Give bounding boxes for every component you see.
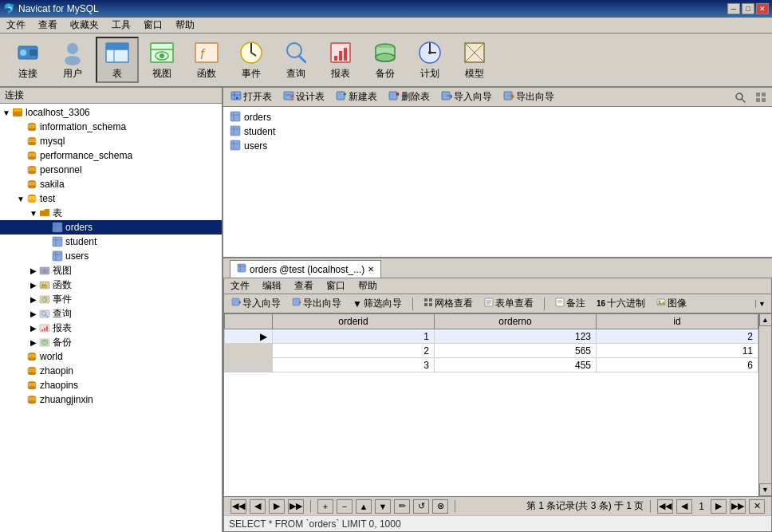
cell-id[interactable]: 11	[597, 344, 758, 358]
tree-item-localhost[interactable]: ▼ localhost_3306	[0, 105, 222, 120]
tree-item-mysql[interactable]: mysql	[0, 134, 222, 148]
tree-item-reports-folder[interactable]: ▶ 报表	[0, 321, 222, 335]
tree-item-users[interactable]: users	[0, 249, 222, 263]
q-image-button[interactable]: 图像	[652, 296, 691, 312]
nav-refresh-button[interactable]: ↺	[413, 499, 429, 514]
nav-first-button[interactable]: ◀◀	[230, 499, 246, 514]
nav-edit-button[interactable]: ✏	[394, 499, 410, 514]
tree-item-views-folder[interactable]: ▶ 视图	[0, 263, 222, 278]
close-button[interactable]: ✕	[756, 3, 769, 14]
nav-last-button[interactable]: ▶▶	[288, 499, 304, 514]
menu-window[interactable]: 窗口	[137, 17, 169, 33]
toolbar-func[interactable]: f 函数	[185, 37, 228, 83]
scroll-up-button[interactable]: ▲	[759, 313, 772, 326]
page-last-button[interactable]: ▶▶	[730, 499, 746, 514]
tree-item-sakila[interactable]: sakila	[0, 177, 222, 191]
cell-id[interactable]: 2	[597, 329, 758, 344]
cell-orderno[interactable]: 455	[435, 358, 597, 372]
menu-favorites[interactable]: 收藏夹	[64, 17, 105, 33]
nav-prev-button[interactable]: ◀	[250, 499, 266, 514]
tree-item-info-schema[interactable]: information_schema	[0, 120, 222, 134]
query-tab-orders[interactable]: orders @test (localhost_...) ✕	[230, 260, 381, 278]
data-grid[interactable]: orderid orderno id ▶ 1 123 2	[224, 313, 771, 496]
close-nav-button[interactable]: ✕	[749, 499, 765, 514]
q-hex-button[interactable]: 16 十六进制	[593, 296, 649, 312]
nav-add-button[interactable]: +	[317, 499, 333, 514]
tree-item-world[interactable]: world	[0, 349, 222, 364]
tree-item-test[interactable]: ▼ test	[0, 191, 222, 206]
grid-view-button[interactable]	[753, 89, 769, 105]
tree-item-backups-folder[interactable]: ▶ 备份	[0, 335, 222, 349]
tree-item-zhaopins[interactable]: zhaopins	[0, 378, 222, 392]
qmenu-help[interactable]: 帮助	[352, 278, 384, 294]
page-prev-button[interactable]: ◀	[676, 499, 692, 514]
toolbar-more-button[interactable]: ▼	[755, 300, 768, 308]
tree-item-orders[interactable]: orders	[0, 220, 222, 234]
toolbar-model[interactable]: 模型	[453, 37, 496, 83]
page-next-button[interactable]: ▶	[711, 499, 727, 514]
col-id[interactable]: id	[597, 314, 758, 329]
cell-orderid[interactable]: 1	[273, 329, 435, 344]
tree-item-personnel[interactable]: personnel	[0, 163, 222, 177]
toolbar-view[interactable]: 视图	[140, 37, 183, 83]
toolbar-report[interactable]: 报表	[319, 37, 362, 83]
menu-tools[interactable]: 工具	[105, 17, 137, 33]
page-first-button[interactable]: ◀◀	[657, 499, 673, 514]
cell-orderno[interactable]: 123	[435, 329, 597, 344]
cell-orderid[interactable]: 3	[273, 358, 435, 372]
qmenu-view[interactable]: 查看	[288, 278, 320, 294]
menu-view[interactable]: 查看	[32, 17, 64, 33]
tree-item-zhuangjinxin[interactable]: zhuangjinxin	[0, 392, 222, 407]
toolbar-connect[interactable]: 连接	[6, 37, 49, 83]
nav-down-button[interactable]: ▼	[375, 499, 391, 514]
tab-close-button[interactable]: ✕	[368, 265, 374, 274]
design-table-button[interactable]: 设计表	[279, 89, 329, 105]
scroll-down-button[interactable]: ▼	[759, 483, 772, 496]
nav-next-button[interactable]: ▶	[269, 499, 285, 514]
q-export-button[interactable]: 导出向导	[288, 296, 345, 312]
toolbar-event[interactable]: 事件	[230, 37, 273, 83]
q-import-button[interactable]: 导入向导	[227, 296, 285, 312]
cell-orderid[interactable]: 2	[273, 344, 435, 358]
toolbar-schedule[interactable]: 计划	[408, 37, 451, 83]
qmenu-edit[interactable]: 编辑	[256, 278, 288, 294]
cell-id[interactable]: 6	[597, 358, 758, 372]
open-table-button[interactable]: 打开表	[226, 89, 276, 105]
qmenu-window[interactable]: 窗口	[320, 278, 352, 294]
nav-stop-button[interactable]: ⊗	[432, 499, 448, 514]
nav-remove-button[interactable]: −	[337, 499, 353, 514]
grid-scrollbar[interactable]: ▲ ▼	[758, 313, 771, 496]
export-wizard-button[interactable]: 导出向导	[499, 89, 558, 105]
tree-item-events-folder[interactable]: ▶ 事件	[0, 292, 222, 306]
q-grid-button[interactable]: 网格查看	[419, 296, 477, 312]
q-note-button[interactable]: 备注	[551, 296, 589, 312]
table-list-item-users[interactable]: users	[226, 139, 769, 153]
table-row[interactable]: 3 455 6	[225, 358, 758, 372]
tree-item-queries-folder[interactable]: ▶ 查询	[0, 306, 222, 321]
table-list-item-student[interactable]: student	[226, 124, 769, 139]
qmenu-file[interactable]: 文件	[224, 278, 256, 294]
toolbar-table[interactable]: 表	[96, 37, 139, 83]
table-row[interactable]: ▶ 1 123 2	[225, 329, 758, 344]
q-filter-button[interactable]: ▼ 筛选向导	[349, 296, 406, 312]
table-row[interactable]: 2 565 11	[225, 344, 758, 358]
tree-item-tables-folder[interactable]: ▼ 表	[0, 206, 222, 220]
col-orderno[interactable]: orderno	[435, 314, 597, 329]
table-list-item-orders[interactable]: orders	[226, 110, 769, 124]
q-form-button[interactable]: 表单查看	[480, 296, 538, 312]
maximize-button[interactable]: □	[742, 3, 754, 14]
delete-table-button[interactable]: 删除表	[384, 89, 434, 105]
tree-item-perf-schema[interactable]: performance_schema	[0, 148, 222, 163]
menu-help[interactable]: 帮助	[169, 17, 201, 33]
import-wizard-button[interactable]: 导入向导	[437, 89, 496, 105]
minimize-button[interactable]: ─	[727, 3, 740, 14]
cell-orderno[interactable]: 565	[435, 344, 597, 358]
col-orderid[interactable]: orderid	[273, 314, 435, 329]
menu-file[interactable]: 文件	[0, 17, 32, 33]
toolbar-backup[interactable]: 备份	[364, 37, 407, 83]
toolbar-user[interactable]: 用户	[51, 37, 94, 83]
search-button[interactable]	[732, 89, 748, 105]
new-table-button[interactable]: 新建表	[332, 89, 381, 105]
tree-item-student[interactable]: student	[0, 234, 222, 249]
tree-view[interactable]: ▼ localhost_3306 information_schema	[0, 104, 222, 532]
